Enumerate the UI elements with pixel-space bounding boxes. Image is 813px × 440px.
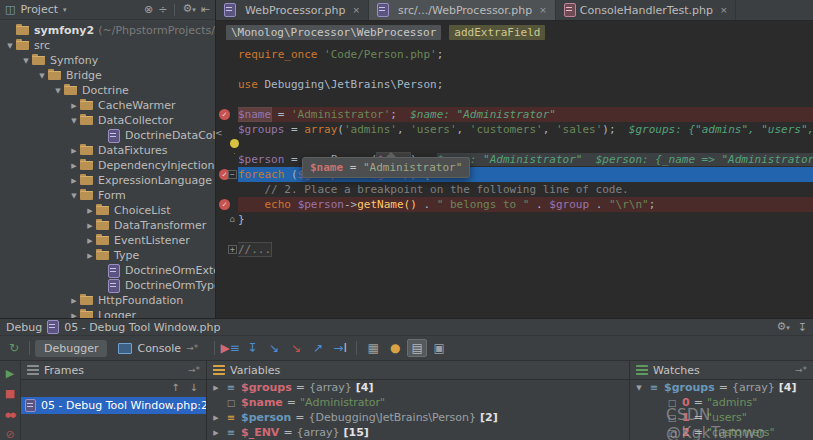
code-line-row[interactable]: +//... xyxy=(216,242,813,257)
code-line[interactable]: use Debugging\JetBrains\Person; xyxy=(238,77,813,92)
code-line[interactable]: //... xyxy=(238,242,813,257)
code-line-row[interactable]: $groups = array('admins', 'users', 'cust… xyxy=(216,122,813,137)
expand-arrow-icon[interactable]: ▶ xyxy=(84,222,96,230)
step-over-icon[interactable]: ↧ xyxy=(242,339,262,357)
code-line-row[interactable]: ⌂} xyxy=(216,212,813,227)
intention-bulb-icon[interactable] xyxy=(230,139,239,148)
view-breakpoints-icon[interactable]: ●● xyxy=(5,408,15,421)
pin-icon[interactable]: →* xyxy=(795,365,807,375)
fold-expand-icon[interactable]: + xyxy=(228,245,237,254)
show-execution-point-icon[interactable]: ▶≡ xyxy=(220,339,240,357)
fold-collapse-icon[interactable]: − xyxy=(228,170,237,179)
tree-item[interactable]: DoctrineOrmTypeC xyxy=(0,278,215,293)
breakpoint-icon[interactable]: ✓ xyxy=(219,199,230,210)
close-icon[interactable]: × xyxy=(539,5,547,15)
settings-gear-icon[interactable]: ⚙▾ xyxy=(182,3,195,16)
tree-item[interactable]: ▶CacheWarmer xyxy=(0,98,215,113)
rerun-icon[interactable]: ↻ xyxy=(4,339,24,357)
expand-arrow-icon[interactable]: ▼ xyxy=(36,72,48,80)
tree-item[interactable]: ▶DataTransformer xyxy=(0,218,215,233)
expand-arrow-icon[interactable]: ▶ xyxy=(68,102,80,110)
tree-item[interactable]: ▶HttpFoundation xyxy=(0,293,215,308)
tree-item[interactable]: ▶EventListener xyxy=(0,233,215,248)
tree-item[interactable]: DoctrineDataCollec xyxy=(0,128,215,143)
project-tab-icon[interactable]: ◫ xyxy=(5,4,15,15)
pin-icon[interactable]: →* xyxy=(188,365,200,375)
dock-window-icon[interactable]: ↧ xyxy=(798,322,807,333)
tree-item[interactable]: ▶Logger xyxy=(0,308,215,318)
code-line-row[interactable]: require_once 'Code/Person.php'; xyxy=(216,47,813,62)
step-out-icon[interactable]: ↗ xyxy=(308,339,328,357)
expand-arrow-icon[interactable]: ▶ xyxy=(68,312,80,319)
code-line[interactable] xyxy=(238,227,813,242)
code-line[interactable] xyxy=(238,92,813,107)
variable-row[interactable]: ▶≡$person={Debugging\JetBrains\Person} [… xyxy=(207,410,629,425)
tree-item[interactable]: ▼src xyxy=(0,38,215,53)
expand-arrow-icon[interactable]: ▶ xyxy=(211,429,221,437)
expand-arrow-icon[interactable]: ▶ xyxy=(68,177,80,185)
tree-item[interactable]: ▼Form xyxy=(0,188,215,203)
fold-end-icon[interactable]: ⌂ xyxy=(228,215,237,224)
close-icon[interactable]: × xyxy=(352,5,360,15)
frame-down-icon[interactable]: ↓ xyxy=(190,382,198,397)
frame-up-icon[interactable]: ↑ xyxy=(171,382,179,397)
collapse-all-icon[interactable]: ÷ xyxy=(158,4,167,15)
tree-item[interactable]: ▼Bridge xyxy=(0,68,215,83)
expand-arrow-icon[interactable]: ▶ xyxy=(84,252,96,260)
hide-panel-icon[interactable]: ⇤ xyxy=(201,4,210,15)
code-line-row[interactable]: use Debugging\JetBrains\Person; xyxy=(216,77,813,92)
tree-item[interactable]: ▶DataFixtures xyxy=(0,143,215,158)
stop-icon[interactable]: ■ xyxy=(5,388,15,400)
code-line[interactable] xyxy=(238,62,813,77)
close-icon[interactable]: × xyxy=(720,5,728,15)
code-line-row[interactable] xyxy=(216,62,813,77)
locate-icon[interactable]: ⊗ xyxy=(144,4,153,15)
code-line-row[interactable]: ✓ echo $person->getName() . " belongs to… xyxy=(216,197,813,212)
tree-item[interactable]: ▶DependencyInjection xyxy=(0,158,215,173)
settings-gear-icon[interactable]: ⚙▾ xyxy=(776,321,789,334)
evaluate-expression-icon[interactable]: ▦ xyxy=(363,339,383,357)
breadcrumb-item[interactable]: addExtraField xyxy=(449,25,545,40)
code-line-row[interactable] xyxy=(216,92,813,107)
dropdown-arrow-icon[interactable]: ▾ xyxy=(63,6,67,14)
expand-arrow-icon[interactable]: ▶ xyxy=(84,237,96,245)
code-line[interactable]: echo $person->getName() . " belongs to "… xyxy=(238,197,813,212)
breadcrumb-item[interactable]: \Monolog\Processor\WebProcessor xyxy=(226,25,441,40)
expand-arrow-icon[interactable]: ▶ xyxy=(68,147,80,155)
code-line[interactable]: } xyxy=(238,212,813,227)
editor-tab[interactable]: WebProcessor.php× xyxy=(216,0,369,20)
resume-program-icon[interactable]: ▶ xyxy=(6,368,14,380)
expand-arrow-icon[interactable]: ▼ xyxy=(68,192,80,200)
variable-row[interactable]: ▼≡$groups={array} [4] xyxy=(630,380,813,395)
tree-item[interactable]: DoctrineOrmExtens xyxy=(0,263,215,278)
expand-arrow-icon[interactable]: ▶ xyxy=(211,384,221,392)
debug-tab-console[interactable]: Console→* xyxy=(109,340,207,357)
tree-item[interactable]: ▶Type xyxy=(0,248,215,263)
code-line[interactable] xyxy=(238,137,813,152)
debug-tab-debugger[interactable]: Debugger xyxy=(35,340,107,357)
run-to-cursor-icon[interactable]: →I xyxy=(330,339,350,357)
frame-selected-row[interactable]: 05 - Debug Tool Window.php:23 xyxy=(21,397,206,414)
expand-arrow-icon[interactable]: ▶ xyxy=(84,207,96,215)
splitter-collapse-icon[interactable]: < xyxy=(215,128,223,138)
force-step-into-icon[interactable]: ↘ xyxy=(286,339,306,357)
project-panel-title[interactable]: Project xyxy=(20,3,58,16)
tree-item[interactable]: ▼DataCollector xyxy=(0,113,215,128)
tree-item[interactable]: ▼Doctrine xyxy=(0,83,215,98)
code-line[interactable]: $name = 'Administrator'; $name: "Adminis… xyxy=(238,107,813,122)
expand-arrow-icon[interactable]: ▼ xyxy=(4,42,16,50)
code-editor[interactable]: require_once 'Code/Person.php';use Debug… xyxy=(216,43,813,318)
expand-arrow-icon[interactable]: ▶ xyxy=(68,297,80,305)
restore-layout-icon[interactable]: ▣ xyxy=(429,339,449,357)
expand-arrow-icon[interactable]: ▼ xyxy=(20,57,32,65)
expand-arrow-icon[interactable]: ▶ xyxy=(68,162,80,170)
tree-item[interactable]: symfony2(~/PhpstormProjects/symfo xyxy=(0,23,215,38)
code-line-row[interactable] xyxy=(216,227,813,242)
auto-variables-mode-icon[interactable]: ● xyxy=(385,339,405,357)
variable-row[interactable]: ▶≡$groups={array} [4] xyxy=(207,380,629,395)
editor-tab[interactable]: src/.../WebProcessor.php× xyxy=(369,0,556,20)
code-line[interactable]: // 2. Place a breakpoint on the followin… xyxy=(238,182,813,197)
breakpoint-icon[interactable]: ✓ xyxy=(219,109,230,120)
code-line-row[interactable]: // 2. Place a breakpoint on the followin… xyxy=(216,182,813,197)
mute-breakpoints-icon[interactable]: ⊘ xyxy=(5,429,14,440)
